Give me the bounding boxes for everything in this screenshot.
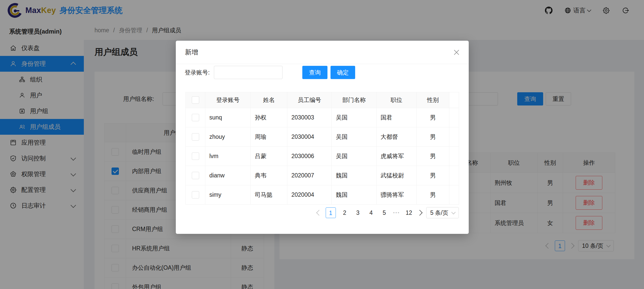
app-window: MaxKey 身份安全管理系统 语言 系统管理员(admin) 仪表盘身份管理组… [0,0,644,289]
candidate-position-cell: 武猛校尉 [376,166,417,185]
candidate-dept-cell: 魏国 [332,185,376,205]
select-all-header-cell [186,92,205,108]
candidate-checkbox-cell [186,166,205,185]
candidate-gender-cell: 男 [417,127,449,147]
modal-header: 新增 [176,41,469,64]
close-icon[interactable] [453,49,460,56]
spacer-cell [449,185,459,205]
candidate-position-cell: 虎威将军 [376,147,417,166]
spacer-cell [449,127,459,147]
candidate-empno-cell: 2020004 [287,185,332,205]
candidate-user-table: 登录账号 姓名 员工编号 部门名称 职位 性别 sunq孙权2030003吴国国… [185,92,459,205]
modal-pagination: 12345•••12 5 条/页 [317,207,459,218]
prev-page-icon[interactable] [316,210,322,216]
candidate-account-cell: lvm [205,147,251,166]
candidate-gender-cell: 男 [417,108,449,127]
page-number[interactable]: 5 [380,209,389,216]
candidate-checkbox-cell [186,147,205,166]
select-all-checkbox[interactable] [192,96,199,104]
candidate-gender-cell: 男 [417,166,449,185]
page-number[interactable]: 12 [404,209,413,216]
candidate-empno-cell: 2030003 [287,108,332,127]
gender-header: 性别 [417,92,449,108]
page-number[interactable]: 2 [340,209,349,216]
candidate-name-cell: 吕蒙 [251,147,287,166]
modal-ok-button[interactable]: 确定 [331,66,355,79]
next-page-icon[interactable] [417,210,423,216]
position-header: 职位 [376,92,417,108]
candidate-user-row: lvm吕蒙2030006吴国虎威将军男 [186,147,459,166]
candidate-position-cell: 国君 [376,108,417,127]
name-header: 姓名 [251,92,287,108]
candidate-account-cell: zhouy [205,127,251,147]
candidate-dept-cell: 吴国 [332,147,376,166]
candidate-position-cell: 大都督 [376,127,417,147]
spacer-cell [449,166,459,185]
empno-header: 员工编号 [287,92,332,108]
candidate-checkbox[interactable] [192,172,199,179]
candidate-name-cell: 孙权 [251,108,287,127]
modal-title: 新增 [185,41,198,64]
candidate-user-row: dianw典韦2020007魏国武猛校尉男 [186,166,459,185]
candidate-gender-cell: 男 [417,185,449,205]
add-member-modal: 新增 登录账号: 查询 确定 登录账号 姓名 员工编号 部门名称 职位 性别 s… [176,41,469,234]
page-size-value: 5 条/页 [430,209,448,217]
candidate-user-row: sunq孙权2030003吴国国君男 [186,108,459,127]
candidate-checkbox[interactable] [192,133,199,141]
candidate-dept-cell: 吴国 [332,127,376,147]
candidate-user-row: simy司马懿2020004魏国骠骑将军男 [186,185,459,205]
candidate-checkbox-cell [186,108,205,127]
chevron-down-icon [451,210,456,215]
candidate-checkbox-cell [186,185,205,205]
candidate-gender-cell: 男 [417,147,449,166]
candidate-user-row: zhouy周瑜2030004吴国大都督男 [186,127,459,147]
spacer-header [449,92,459,108]
account-search-input[interactable] [214,66,282,79]
candidate-checkbox[interactable] [192,153,199,160]
page-number[interactable]: 3 [354,209,362,216]
candidate-checkbox[interactable] [192,114,199,121]
dept-header: 部门名称 [332,92,376,108]
candidate-checkbox[interactable] [192,191,199,199]
candidate-empno-cell: 2030004 [287,127,332,147]
page-ellipsis[interactable]: ••• [393,210,400,215]
candidate-account-cell: simy [205,185,251,205]
candidate-dept-cell: 魏国 [332,166,376,185]
candidate-position-cell: 骠骑将军 [376,185,417,205]
page-size-select[interactable]: 5 条/页 [426,207,459,218]
candidate-checkbox-cell [186,127,205,147]
page-numbers: 12345•••12 [326,207,413,218]
candidate-dept-cell: 吴国 [332,108,376,127]
candidate-name-cell: 周瑜 [251,127,287,147]
candidate-empno-cell: 2030006 [287,147,332,166]
spacer-cell [449,147,459,166]
candidate-empno-cell: 2020007 [287,166,332,185]
candidate-account-cell: dianw [205,166,251,185]
candidate-account-cell: sunq [205,108,251,127]
candidate-name-cell: 司马懿 [251,185,287,205]
page-number[interactable]: 4 [367,209,375,216]
account-header: 登录账号 [205,92,251,108]
account-search-label: 登录账号: [185,66,210,79]
spacer-cell [449,108,459,127]
modal-query-button[interactable]: 查询 [302,66,327,79]
page-number[interactable]: 1 [326,207,336,218]
candidate-name-cell: 典韦 [251,166,287,185]
